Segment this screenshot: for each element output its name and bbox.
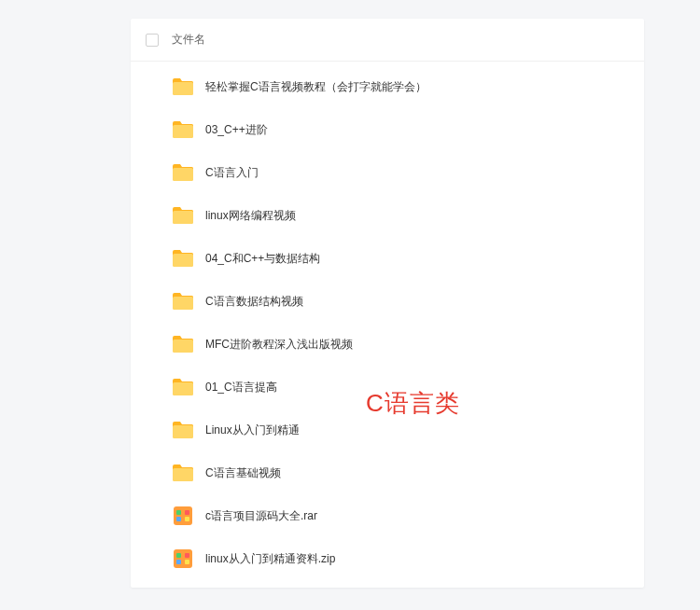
table-row[interactable]: C语言数据结构视频 <box>131 280 644 323</box>
table-row[interactable]: C语言基础视频 <box>131 451 644 494</box>
svg-rect-26 <box>176 553 181 558</box>
folder-icon <box>172 419 194 441</box>
svg-rect-3 <box>173 125 193 138</box>
file-name: 04_C和C++与数据结构 <box>205 251 320 267</box>
svg-rect-7 <box>173 211 193 224</box>
folder-icon <box>172 462 194 484</box>
svg-rect-29 <box>185 560 189 564</box>
folder-icon <box>172 376 194 398</box>
svg-rect-5 <box>173 168 193 181</box>
svg-rect-20 <box>174 506 192 525</box>
svg-rect-24 <box>185 517 189 521</box>
folder-icon <box>172 161 194 184</box>
svg-rect-28 <box>176 560 181 564</box>
archive-icon <box>172 548 194 570</box>
svg-rect-1 <box>173 82 193 95</box>
folder-icon <box>172 247 194 270</box>
svg-rect-22 <box>185 510 189 515</box>
table-row[interactable]: 03_C++进阶 <box>131 108 644 151</box>
table-row[interactable]: 01_C语言提高 <box>131 366 644 409</box>
table-row[interactable]: c语言项目源码大全.rar <box>131 494 644 537</box>
table-row[interactable]: 04_C和C++与数据结构 <box>131 237 644 280</box>
svg-rect-13 <box>173 340 193 353</box>
folder-icon <box>172 204 194 227</box>
svg-rect-15 <box>173 382 193 395</box>
svg-rect-11 <box>173 297 193 310</box>
svg-rect-27 <box>185 553 189 558</box>
select-all-checkbox[interactable] <box>146 34 159 47</box>
file-name: c语言项目源码大全.rar <box>205 508 317 524</box>
table-row[interactable]: linux从入门到精通资料.zip <box>131 537 644 580</box>
table-row[interactable]: C语言入门 <box>131 151 644 194</box>
list-header: 文件名 <box>131 19 644 62</box>
table-row[interactable]: linux网络编程视频 <box>131 194 644 237</box>
svg-rect-23 <box>176 517 181 521</box>
folder-icon <box>172 76 194 98</box>
file-name: C语言入门 <box>205 165 259 181</box>
table-row[interactable]: 轻松掌握C语言视频教程（会打字就能学会） <box>131 65 644 108</box>
file-name: MFC进阶教程深入浅出版视频 <box>205 337 353 353</box>
svg-rect-21 <box>176 510 181 515</box>
table-row[interactable]: MFC进阶教程深入浅出版视频 <box>131 323 644 366</box>
folder-icon <box>172 290 194 312</box>
file-name: 01_C语言提高 <box>205 380 277 395</box>
folder-icon <box>172 118 194 141</box>
file-list-panel: 文件名 轻松掌握C语言视频教程（会打字就能学会）03_C++进阶C语言入门lin… <box>131 19 644 588</box>
file-name: linux从入门到精通资料.zip <box>205 551 335 567</box>
file-name: 轻松掌握C语言视频教程（会打字就能学会） <box>205 79 427 95</box>
svg-rect-17 <box>173 425 193 438</box>
file-list: 轻松掌握C语言视频教程（会打字就能学会）03_C++进阶C语言入门linux网络… <box>131 62 644 584</box>
file-name: 03_C++进阶 <box>205 122 268 138</box>
column-filename-label: 文件名 <box>172 32 205 48</box>
file-name: C语言基础视频 <box>205 465 281 481</box>
svg-rect-19 <box>173 468 193 481</box>
file-name: C语言数据结构视频 <box>205 294 303 310</box>
svg-rect-25 <box>174 549 192 568</box>
table-row[interactable]: Linux从入门到精通 <box>131 409 644 451</box>
archive-icon <box>172 505 194 527</box>
file-name: linux网络编程视频 <box>205 208 296 224</box>
file-name: Linux从入门到精通 <box>205 423 300 438</box>
folder-icon <box>172 333 194 355</box>
svg-rect-9 <box>173 254 193 267</box>
